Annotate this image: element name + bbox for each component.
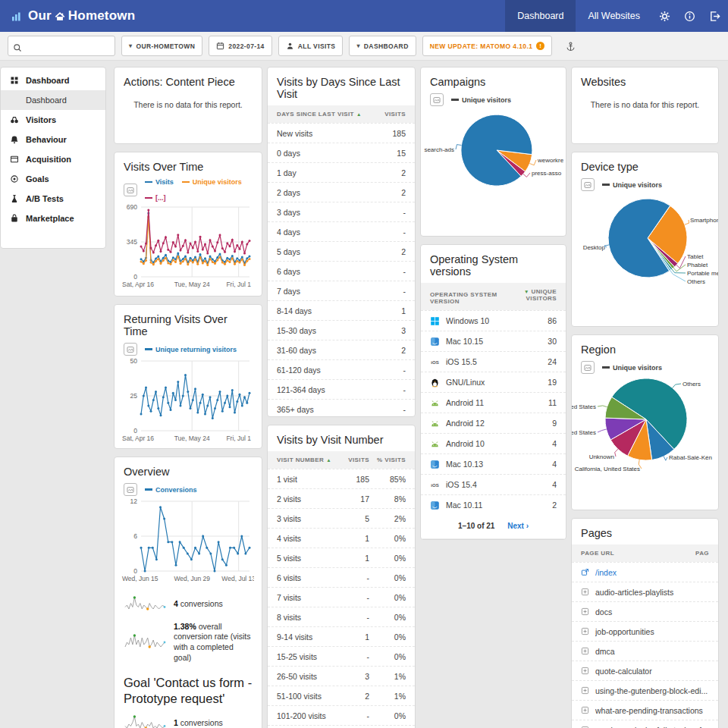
page-url-label[interactable]: job-opportunities [595,627,709,636]
unique-visitors-value: 24 [529,357,557,366]
table-row[interactable]: quote-calculator [572,661,718,680]
window-icon [10,155,19,164]
row-label: 5 visits [277,554,337,563]
sort-asc-icon: ▲ [326,457,331,463]
sparkline[interactable] [124,595,168,614]
sparkline[interactable] [124,714,168,728]
table-row[interactable]: dmca [572,641,718,661]
sidebar-item-label: Dashboard [26,96,67,105]
sidebar-item-acquisition[interactable]: Acquisition [1,149,105,169]
legend-item[interactable]: [...] [145,194,166,202]
external-link-icon[interactable] [581,568,589,576]
legend-item[interactable]: Visits [145,178,174,186]
app-logo[interactable]: Our Hometown [0,8,135,24]
page-url-label[interactable]: /index [595,568,709,577]
plus-box-icon[interactable] [581,686,589,695]
chart-legend: Conversions [124,483,253,496]
table-row[interactable]: audio-articles-playlists [572,582,718,601]
legend-unique-visitors[interactable]: Unique visitors [602,364,662,372]
export-image-button[interactable] [581,178,595,191]
page-url-label[interactable]: wordpress-junior-full-stack-sof... [595,726,709,728]
dashboard-selector[interactable]: ▾ DASHBOARD [349,36,416,56]
plus-box-icon[interactable] [581,667,589,675]
logo-text-hometown: Hometown [68,8,135,24]
sidebar-item-dashboard[interactable]: Dashboard [1,71,105,90]
gear-icon[interactable] [659,11,670,22]
plus-box-icon[interactable] [581,607,589,616]
flask-icon [10,194,19,203]
svg-text:ed States: ed States [572,403,596,410]
sparkline[interactable] [124,632,168,652]
row-value: 17 [337,494,369,504]
export-image-button[interactable] [124,184,137,196]
table-row: 7 days- [268,281,415,300]
table-row: 15-25 visits-0% [268,646,415,666]
svg-text:Tablet: Tablet [687,253,704,260]
sidebar-item-goals[interactable]: Goals [1,169,105,189]
segment-selector[interactable]: ALL VISITS [278,36,344,56]
page-url-label[interactable]: audio-articles-playlists [595,588,709,597]
site-selector[interactable]: ▾ OUR-HOMETOWN [121,36,202,56]
legend-dash [602,366,610,369]
svg-text:50: 50 [130,357,138,365]
page-url-label[interactable]: what-are-pending-transactions [595,706,709,715]
export-image-button[interactable] [124,483,137,496]
row-label: 5 days [277,247,375,256]
svg-text:Fri, Jul 1: Fri, Jul 1 [226,435,251,442]
search-box[interactable] [8,36,115,56]
os-version-label: Android 10 [446,439,529,448]
page-url-label[interactable]: dmca [595,647,709,656]
sidebar-item-a-b-tests[interactable]: A/B Tests [1,189,105,209]
table-row: 3 days- [268,202,415,221]
plus-box-icon[interactable] [581,647,589,655]
export-icon [127,486,134,494]
row-label: 7 visits [277,593,337,602]
table-row[interactable]: using-the-gutenberg-block-edi... [572,680,718,700]
svg-text:Tue, May 24: Tue, May 24 [174,435,210,442]
row-value: 2 [375,188,406,197]
signout-icon[interactable] [709,11,720,22]
next-page-link[interactable]: Next › [507,522,529,530]
tab-all-websites[interactable]: All Websites [576,0,652,32]
page-url-label[interactable]: docs [595,607,709,617]
table-row: 201+ visits31% [268,725,415,728]
widget-actions-content-piece: Actions: Content Piece There is no data … [114,67,262,144]
anchor-icon[interactable] [566,41,576,51]
page-url-label[interactable]: quote-calculator [595,667,709,676]
android-icon [430,419,440,428]
sort-asc-icon: ▲ [356,111,362,117]
legend-item[interactable]: Conversions [145,486,197,494]
tab-dashboard[interactable]: Dashboard [505,0,576,32]
table-row[interactable]: what-are-pending-transactions [572,700,718,720]
legend-item[interactable]: Unique visitors [182,178,242,186]
export-image-button[interactable] [124,343,137,356]
export-image-button[interactable] [430,93,444,106]
table-row: 4 days- [268,221,415,241]
legend-item[interactable]: Unique returning visitors [145,346,237,353]
table-row: 1 day2 [268,162,415,182]
table-row[interactable]: /index [572,562,718,582]
table-row[interactable]: docs [572,601,718,621]
sidebar-item-visitors[interactable]: Visitors [1,110,105,130]
plus-box-icon[interactable] [581,588,589,596]
sidebar-item-marketplace[interactable]: Marketplace [1,209,105,228]
plus-box-icon[interactable] [581,627,589,635]
row-value: 1% [369,692,406,701]
legend-unique-visitors[interactable]: Unique visitors [451,96,511,104]
table-row[interactable]: wordpress-junior-full-stack-sof... [572,720,718,728]
table-row[interactable]: job-opportunities [572,621,718,641]
date-selector[interactable]: 2022-07-14 [209,36,271,56]
sidebar-item-behaviour[interactable]: Behaviour [1,130,105,149]
plus-box-icon[interactable] [581,706,589,714]
row-label: 9-14 visits [277,632,337,642]
update-notification-button[interactable]: NEW UPDATE: MATOMO 4.10.1 ! [422,36,553,56]
sidebar-item-dashboard[interactable]: Dashboard [1,90,105,110]
row-value: 0% [369,554,406,563]
legend-dash [145,197,152,199]
export-image-button[interactable] [581,361,595,374]
page-url-label[interactable]: using-the-gutenberg-block-edi... [595,686,709,695]
table-row: Mac 10.1530 [421,331,566,351]
search-input[interactable] [25,41,104,51]
legend-unique-visitors[interactable]: Unique visitors [602,181,662,189]
info-icon[interactable] [684,11,695,22]
